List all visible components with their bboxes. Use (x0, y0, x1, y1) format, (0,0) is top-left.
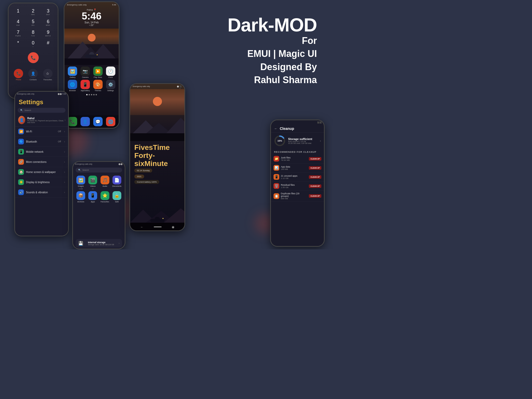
settings-item-bluetooth[interactable]: 🔷 Bluetooth Off › (15, 137, 68, 147)
key-1[interactable]: 1 (11, 7, 25, 17)
cleanup-storage-indicator: 15% Storage sufficient Auto-cleaned 1.18… (271, 132, 324, 149)
file-cat-archives[interactable]: 📦 Archives (76, 191, 86, 203)
file-cat-safe[interactable]: 🔒 Safe (112, 191, 122, 203)
cleanup-back-icon[interactable]: ← (274, 127, 278, 131)
home-temp: › 25° (64, 24, 119, 26)
bluetooth-value: Off (58, 140, 61, 143)
cleanup-title: Cleanup (280, 127, 294, 131)
phone-files-frame: Emergency calls only ⬤⬤ 🔍 Search 🖼️ Imag… (72, 161, 125, 249)
home-clock-widget: Patna 📍 5:46 Sun, 14 Feb › 25° (64, 6, 119, 28)
files-search-icon: 🔍 (78, 169, 81, 171)
key-7[interactable]: 7PQRS (11, 28, 25, 38)
settings-item-mobile-network[interactable]: 📱 Mobile network › (15, 147, 68, 157)
ufo-illustration (85, 53, 98, 57)
junk-files-info: Junk files 78.94 MB (281, 156, 307, 161)
file-cat-documents[interactable]: 📄 Documents (112, 176, 122, 190)
clock-ufo (150, 217, 164, 221)
wifi-value: Off (58, 130, 61, 133)
settings-item-sounds[interactable]: 🔊 Sounds & vibration › (15, 187, 68, 197)
dot-4 (93, 94, 95, 95)
dialer-screen: 1 2ABC 3DEF 4GHI 5JKL 6MNO 7PQRS 8TUV 9W… (9, 3, 58, 98)
files-storage-icon: 💾 (78, 241, 83, 246)
junk-files-cleanup-button[interactable]: CLEAN UP (309, 157, 321, 161)
nav-contacts[interactable]: 👤 Contacts (28, 69, 38, 81)
phone-clock-frame: Emergency calls only ⬤ ⬛ ⋮ FivesTime For… (129, 83, 185, 231)
key-hash[interactable]: # (41, 39, 55, 49)
nav-home-bar[interactable] (154, 227, 162, 227)
settings-profile-row[interactable]: 👤 Rahul HUAWEI ID, Payment and purchases… (15, 114, 68, 127)
cleanup-item-appdata: 📊 App data 193 MB CLEAN UP (271, 163, 324, 172)
display-label: Display & brightness (26, 181, 62, 184)
more-connections-label: More connections (26, 161, 62, 163)
dock-contacts[interactable]: 👤 (80, 117, 91, 126)
app-data-cleanup-button[interactable]: CLEAN UP (309, 166, 321, 170)
mobile-network-label: Mobile network (26, 150, 62, 153)
home-app-grid: 🖼️ Gallery 📷 Camera ▶️ Play Store 🕐 Cloc… (64, 65, 119, 93)
dock-messages[interactable]: 💬 (92, 117, 104, 126)
key-5[interactable]: 5JKL (26, 18, 40, 27)
clock-fives-time: FivesTime (134, 144, 180, 152)
file-cat-audio[interactable]: 🎵 Audio (100, 176, 110, 190)
app-gallery[interactable]: 🖼️ Gallery (67, 66, 78, 78)
app-browser[interactable]: 🌐 Browser (67, 80, 78, 91)
call-button[interactable]: 📞 (28, 52, 39, 63)
key-9[interactable]: 9WXYZ (41, 28, 55, 38)
files-storage-chevron-icon: › (119, 242, 119, 245)
app-clock[interactable]: 🕐 Clock (105, 66, 116, 78)
key-3[interactable]: 3DEF (41, 7, 55, 17)
duplicate-files-size: 886 MB (281, 197, 307, 200)
duplicate-files-cleanup-button[interactable]: CLEAN UP (309, 194, 321, 198)
cleanup-storage-chevron-icon[interactable]: › (320, 139, 321, 142)
home-date: Sun, 14 Feb (64, 21, 119, 24)
wifi-icon: 📶 (18, 129, 24, 134)
duplicate-files-info: Duplicate files (29 groups) 886 MB (281, 192, 307, 200)
file-cat-videos[interactable]: 🎬 Videos 21 (88, 176, 98, 190)
junk-files-size: 78.94 MB (281, 159, 307, 161)
brand-designed: Designed By (260, 62, 317, 72)
settings-item-home-screen[interactable]: 🏠 Home screen & wallpaper › (15, 167, 68, 177)
home-screen: Emergency calls only 5:46 Patna 📍 5:46 S… (64, 2, 119, 128)
unused-apps-cleanup-button[interactable]: CLEAN UP (309, 175, 321, 179)
dot-3 (91, 94, 92, 95)
search-placeholder: Search (24, 109, 31, 111)
phone-home-frame: Emergency calls only 5:46 Patna 📍 5:46 S… (64, 1, 119, 129)
settings-item-wifi[interactable]: 📶 Wi-Fi Off › (15, 127, 68, 137)
nav-back-icon[interactable]: ← (141, 225, 144, 229)
key-2[interactable]: 2ABC (26, 7, 40, 17)
display-chevron-icon: › (64, 181, 65, 184)
phone-dialer-frame: 1 2ABC 3DEF 4GHI 5JKL 6MNO 7PQRS 8TUV 9W… (8, 3, 58, 99)
app-themes[interactable]: 🎨 Themes (92, 80, 104, 91)
home-screen-chevron-icon: › (64, 171, 65, 174)
file-cat-images[interactable]: 🖼️ Images 4,038 (76, 176, 86, 190)
file-cat-apps[interactable]: 📱 Apps (88, 191, 98, 203)
nav-phone[interactable]: 📞 Phone (14, 69, 23, 81)
app-playstore[interactable]: ▶️ Play Store (92, 66, 104, 78)
clock-screen: Emergency calls only ⬤ ⬛ ⋮ FivesTime For… (130, 84, 184, 230)
home-screen-icon: 🏠 (18, 169, 24, 175)
key-0[interactable]: 0+ (26, 39, 40, 49)
files-storage-bar[interactable]: 💾 Internal storage Storage used: 20.28 G… (76, 239, 122, 248)
clock-status-bar: Emergency calls only ⬤ ⬛ (130, 84, 184, 89)
nav-camera-icon[interactable]: ◉ (172, 225, 174, 229)
key-4[interactable]: 4GHI (11, 18, 25, 27)
files-storage-title: Internal storage (88, 241, 114, 244)
app-settings[interactable]: ⚙️ Settings (105, 80, 116, 91)
junk-files-name: Junk files (281, 156, 307, 159)
more-connections-chevron-icon: › (64, 161, 65, 163)
cleanup-item-residual: 🗑️ Residual files 1.55 GB CLEAN UP (271, 182, 324, 191)
key-star[interactable]: * (11, 39, 25, 49)
settings-search-bar[interactable]: 🔍 Search (18, 108, 65, 113)
app-camera[interactable]: 📷 Camera (80, 66, 91, 78)
files-search-bar[interactable]: 🔍 Search (76, 168, 122, 172)
file-cat-favourites[interactable]: ⭐ Favourites (100, 191, 110, 203)
key-6[interactable]: 6MNO (41, 18, 55, 27)
cleanup-item-unused-apps: 📱 21 unused apps 1.12 GB CLEAN UP (271, 172, 324, 182)
nav-favourites[interactable]: ☆ Favourites (43, 69, 52, 81)
settings-item-display[interactable]: ☀️ Display & brightness › (15, 177, 68, 187)
dock-chrome[interactable]: 🌐 (105, 117, 116, 126)
settings-item-more-connections[interactable]: 🔗 More connections › (15, 157, 68, 167)
app-appgallery[interactable]: 📱 AppGallery (80, 80, 91, 91)
cleanup-item-duplicates: 📋 Duplicate files (29 groups) 886 MB CLE… (271, 191, 324, 202)
residual-files-cleanup-button[interactable]: CLEAN UP (309, 184, 321, 188)
key-8[interactable]: 8TUV (26, 28, 40, 38)
